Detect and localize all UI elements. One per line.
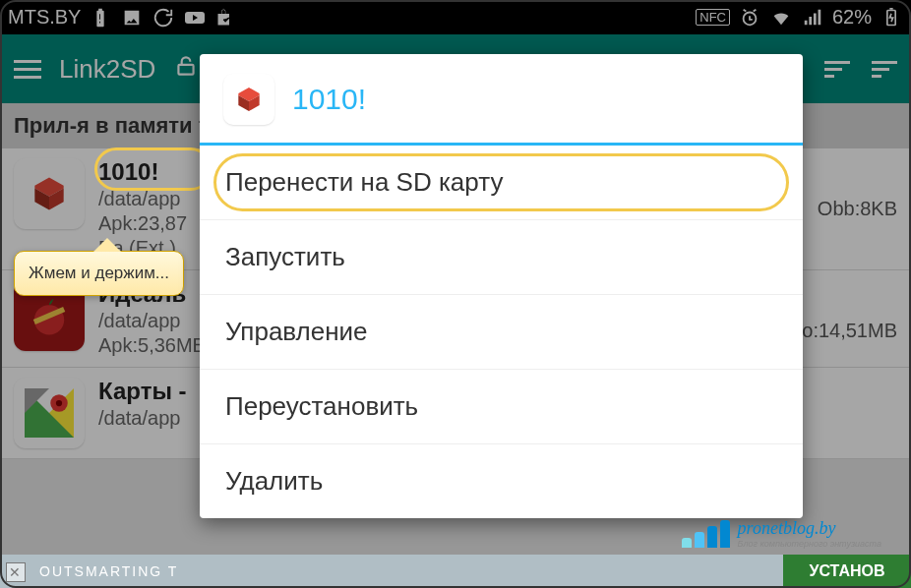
watermark-logo-icon: [682, 520, 730, 548]
dialog-title: 1010!: [292, 83, 366, 116]
ad-banner: ✕ OUTSMARTING T УСТАНОВ: [0, 555, 911, 588]
ad-text[interactable]: ✕ OUTSMARTING T: [0, 555, 783, 588]
context-menu-dialog: 1010! Перенести на SD карту Запустить Уп…: [200, 54, 803, 518]
ad-left-label: OUTSMARTING T: [39, 563, 178, 579]
menu-item-reinstall[interactable]: Переустановить: [200, 370, 803, 444]
menu-item-move-to-sd[interactable]: Перенести на SD карту: [200, 146, 803, 220]
menu-item-launch[interactable]: Запустить: [200, 220, 803, 295]
ad-install-button[interactable]: УСТАНОВ: [783, 555, 911, 588]
ad-close-button[interactable]: ✕: [6, 562, 26, 582]
annotation-callout: Жмем и держим...: [14, 251, 184, 296]
dialog-header: 1010!: [200, 54, 803, 146]
menu-item-uninstall[interactable]: Удалить: [200, 444, 803, 518]
watermark-tagline: Блог компьютерного энтузиаста: [738, 539, 881, 549]
watermark-site: pronetblog.by: [738, 518, 881, 539]
menu-item-manage[interactable]: Управление: [200, 295, 803, 370]
annotation-highlight: [94, 147, 213, 191]
dialog-app-icon: [223, 74, 274, 125]
watermark: pronetblog.by Блог компьютерного энтузиа…: [682, 518, 881, 549]
